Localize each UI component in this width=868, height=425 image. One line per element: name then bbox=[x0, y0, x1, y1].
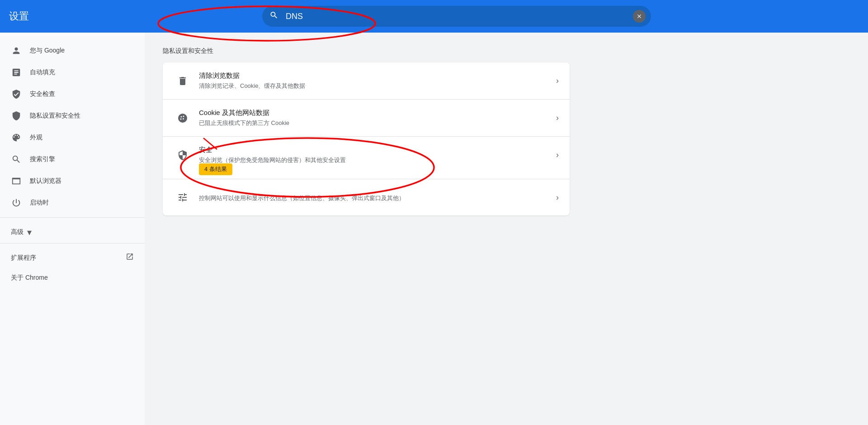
clear-search-button[interactable] bbox=[633, 10, 646, 23]
sidebar: 您与 Google 自动填充 安全检查 隐私设置和安全性 外观 bbox=[0, 33, 145, 425]
security-text: 安全 安全浏览（保护您免受危险网站的侵害）和其他安全设置 bbox=[199, 146, 556, 164]
sidebar-item-label-appearance: 外观 bbox=[30, 134, 42, 142]
security-subtitle: 安全浏览（保护您免受危险网站的侵害）和其他安全设置 bbox=[199, 156, 556, 164]
sidebar-item-label-search: 搜索引擎 bbox=[30, 155, 55, 163]
settings-card: 清除浏览数据 清除浏览记录、Cookie、缓存及其他数据 › Cookie 及其… bbox=[163, 62, 570, 215]
svg-point-2 bbox=[183, 115, 184, 117]
sidebar-item-label-google: 您与 Google bbox=[30, 47, 65, 55]
site-settings-text: 控制网站可以使用和显示什么信息（如位置信息、摄像头、弹出式窗口及其他） bbox=[199, 192, 556, 202]
sidebar-item-privacy[interactable]: 隐私设置和安全性 bbox=[0, 105, 137, 127]
external-link-icon bbox=[126, 253, 134, 263]
sidebar-item-label-autofill: 自动填充 bbox=[30, 68, 55, 76]
section-title: 隐私设置和安全性 bbox=[163, 47, 850, 55]
sidebar-divider-2 bbox=[0, 243, 145, 244]
security-icon bbox=[11, 110, 22, 121]
arrow-icon-2: › bbox=[556, 113, 559, 123]
arrow-icon-3: › bbox=[556, 150, 559, 160]
sidebar-item-about[interactable]: 关于 Chrome bbox=[0, 268, 137, 287]
search-input[interactable] bbox=[262, 6, 651, 27]
sidebar-item-extensions[interactable]: 扩展程序 bbox=[0, 247, 145, 268]
sidebar-item-appearance[interactable]: 外观 bbox=[0, 127, 137, 148]
header: 设置 bbox=[0, 0, 868, 33]
browser-icon bbox=[11, 176, 22, 186]
sidebar-item-label-safety: 安全检查 bbox=[30, 90, 55, 98]
advanced-label: 高级 bbox=[11, 228, 24, 236]
tune-icon bbox=[174, 188, 192, 206]
cookies-title: Cookie 及其他网站数据 bbox=[199, 109, 556, 117]
person-icon bbox=[11, 45, 22, 56]
cookies-subtitle: 已阻止无痕模式下的第三方 Cookie bbox=[199, 119, 556, 127]
palette-icon bbox=[11, 132, 22, 143]
svg-point-1 bbox=[181, 116, 182, 117]
sidebar-item-label-privacy: 隐私设置和安全性 bbox=[30, 112, 80, 120]
search-nav-icon bbox=[11, 154, 22, 165]
content-area: 隐私设置和安全性 清除浏览数据 清除浏览记录、Cookie、缓存及其他数据 › bbox=[145, 33, 868, 425]
delete-icon bbox=[174, 72, 192, 90]
autofill-icon bbox=[11, 67, 22, 78]
cookie-icon bbox=[174, 109, 192, 127]
extensions-label: 扩展程序 bbox=[11, 254, 36, 262]
svg-point-4 bbox=[183, 118, 184, 119]
site-settings-row[interactable]: 控制网站可以使用和显示什么信息（如位置信息、摄像头、弹出式窗口及其他） › bbox=[163, 179, 570, 215]
sidebar-item-google[interactable]: 您与 Google bbox=[0, 40, 137, 62]
shield-check-icon bbox=[11, 89, 22, 100]
cookies-text: Cookie 及其他网站数据 已阻止无痕模式下的第三方 Cookie bbox=[199, 109, 556, 127]
clear-browsing-row[interactable]: 清除浏览数据 清除浏览记录、Cookie、缓存及其他数据 › bbox=[163, 62, 570, 100]
sidebar-item-startup[interactable]: 启动时 bbox=[0, 192, 137, 214]
clear-browsing-subtitle: 清除浏览记录、Cookie、缓存及其他数据 bbox=[199, 82, 556, 90]
sidebar-divider bbox=[0, 217, 145, 218]
sidebar-advanced[interactable]: 高级 ▾ bbox=[0, 221, 145, 239]
sidebar-item-search[interactable]: 搜索引擎 bbox=[0, 148, 137, 170]
search-container bbox=[262, 6, 651, 27]
result-badge: 4 条结果 bbox=[199, 163, 232, 175]
cookies-row[interactable]: Cookie 及其他网站数据 已阻止无痕模式下的第三方 Cookie › bbox=[163, 100, 570, 137]
chevron-down-icon: ▾ bbox=[27, 227, 32, 238]
security-title: 安全 bbox=[199, 146, 556, 154]
security-row[interactable]: 安全 安全浏览（保护您免受危险网站的侵害）和其他安全设置 › 4 条结果 bbox=[163, 137, 570, 179]
shield-lock-icon bbox=[174, 146, 192, 164]
sidebar-item-safety[interactable]: 安全检查 bbox=[0, 83, 137, 105]
svg-point-0 bbox=[178, 114, 187, 123]
sidebar-item-label-about: 关于 Chrome bbox=[11, 274, 48, 282]
sidebar-item-autofill[interactable]: 自动填充 bbox=[0, 62, 137, 83]
site-settings-subtitle: 控制网站可以使用和显示什么信息（如位置信息、摄像头、弹出式窗口及其他） bbox=[199, 194, 556, 202]
arrow-icon-4: › bbox=[556, 193, 559, 202]
main-layout: 您与 Google 自动填充 安全检查 隐私设置和安全性 外观 bbox=[0, 33, 868, 425]
sidebar-item-label-browser: 默认浏览器 bbox=[30, 177, 61, 185]
clear-browsing-title: 清除浏览数据 bbox=[199, 72, 556, 80]
sidebar-item-browser[interactable]: 默认浏览器 bbox=[0, 170, 137, 192]
page-title: 设置 bbox=[9, 10, 45, 23]
svg-point-3 bbox=[180, 118, 182, 119]
clear-browsing-text: 清除浏览数据 清除浏览记录、Cookie、缓存及其他数据 bbox=[199, 72, 556, 90]
power-icon bbox=[11, 197, 22, 208]
arrow-icon-1: › bbox=[556, 76, 559, 86]
sidebar-item-label-startup: 启动时 bbox=[30, 199, 49, 207]
